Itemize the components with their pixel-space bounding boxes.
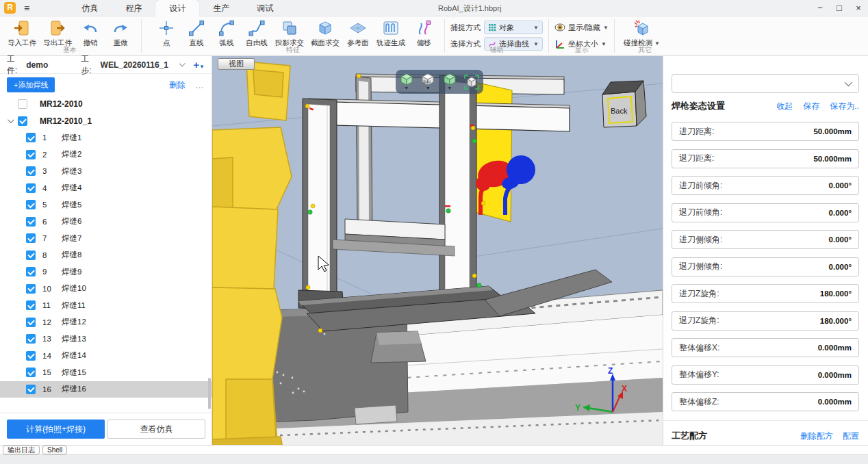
menu-tab-1[interactable]: 仿真	[68, 0, 112, 16]
menu-tab-5[interactable]: 调试	[243, 0, 287, 16]
weld-checkbox[interactable]	[26, 233, 36, 243]
show-hide-button[interactable]: 显示/隐藏 ▼	[554, 21, 609, 34]
weld-checkbox[interactable]	[26, 150, 36, 159]
param-field[interactable]: 进刀侧倾角:0.000°	[672, 230, 859, 249]
weld-checkbox[interactable]	[26, 318, 36, 327]
weld-row[interactable]: 15焊缝15	[0, 364, 212, 381]
weld-checkbox[interactable]	[26, 166, 36, 176]
weld-checkbox[interactable]	[26, 133, 36, 142]
bottom-tab-1[interactable]: 输出日志	[3, 446, 40, 454]
menu-tab-3[interactable]: 设计	[155, 0, 199, 16]
param-field[interactable]: 退刀前倾角:0.000°	[672, 203, 859, 222]
weld-row[interactable]: 11焊缝11	[0, 297, 212, 314]
more-options-icon[interactable]: …	[195, 80, 205, 90]
fit-selection-button[interactable]	[463, 73, 480, 90]
reference-plane-button[interactable]: 参考面	[343, 18, 373, 48]
pose-preset-dropdown[interactable]	[672, 74, 859, 93]
view-menu-button[interactable]: 视图	[218, 58, 255, 70]
import-workpiece-button[interactable]: 导入工件	[4, 18, 40, 48]
collapse-link[interactable]: 收起	[776, 101, 793, 112]
viewport-3d[interactable]: Back Z Y X 视图 ▼ Solid ▼ ▼	[212, 56, 663, 445]
view-simulation-button[interactable]: 查看仿真	[107, 420, 205, 439]
weld-row[interactable]: 13焊缝13	[0, 331, 212, 348]
collision-detect-button[interactable]: 碰撞检测 ▼	[620, 18, 663, 48]
weld-row[interactable]: 5焊缝5	[0, 196, 212, 214]
config-link[interactable]: 配置	[843, 430, 859, 442]
snap-mode-dropdown[interactable]: 对象 ▼	[484, 21, 543, 34]
line-button[interactable]: 直线	[181, 18, 212, 48]
add-weld-line-button[interactable]: +添加焊线	[7, 77, 55, 92]
root-checkbox[interactable]	[18, 99, 27, 109]
weld-row[interactable]: 2焊缝2	[0, 146, 212, 164]
calculate-button[interactable]: 计算(拍照+焊接)	[7, 420, 105, 439]
weld-row[interactable]: 10焊缝10	[0, 281, 212, 298]
expand-chevron-icon[interactable]	[5, 118, 14, 123]
weld-checkbox[interactable]	[26, 284, 36, 294]
menu-tab-2[interactable]: 程序	[112, 0, 155, 16]
step-dropdown-chevron-icon[interactable]	[179, 60, 186, 66]
param-field[interactable]: 整体偏移Z:0.000mm	[672, 392, 859, 411]
bottom-tab-2[interactable]: Shell	[42, 446, 67, 454]
minimize-button[interactable]: −	[810, 0, 830, 16]
weld-row[interactable]: 3焊缝3	[0, 163, 212, 180]
undo-button[interactable]: 撤销	[75, 18, 105, 48]
view-orientation-cube[interactable]: Back	[602, 81, 646, 127]
weld-checkbox[interactable]	[26, 351, 36, 361]
torch-pose-fields: 进刀距离:50.000mm退刀距离:50.000mm进刀前倾角:0.000°退刀…	[672, 122, 859, 411]
weld-row[interactable]: 12焊缝12	[0, 314, 212, 331]
weld-checkbox[interactable]	[26, 385, 36, 394]
param-field[interactable]: 退刀距离:50.000mm	[672, 149, 859, 168]
render-mode-solid-button[interactable]: Solid ▼	[420, 73, 435, 90]
weld-number: 1	[42, 133, 60, 142]
weld-checkbox[interactable]	[26, 200, 36, 209]
weld-row[interactable]: 8焊缝8	[0, 247, 212, 264]
param-field[interactable]: 进刀前倾角:0.000°	[672, 176, 859, 195]
freeline-button[interactable]: 自由线	[242, 18, 272, 48]
weld-row[interactable]: 6焊缝6	[0, 214, 212, 231]
weld-row[interactable]: 4焊缝4	[0, 180, 212, 197]
weld-checkbox[interactable]	[26, 368, 36, 377]
wireframe-cube-icon	[399, 73, 414, 86]
weld-checkbox[interactable]	[26, 183, 36, 193]
arc-button[interactable]: 弧线	[212, 18, 242, 48]
weld-checkbox[interactable]	[26, 334, 36, 344]
param-field[interactable]: 退刀Z旋角:180.000°	[672, 311, 859, 331]
param-field[interactable]: 整体偏移X:0.000mm	[672, 338, 859, 357]
menu-tab-4[interactable]: 生产	[199, 0, 243, 16]
weld-checkbox[interactable]	[26, 267, 36, 276]
tree-root-row[interactable]: MR12-2010_1	[0, 113, 212, 130]
save-link[interactable]: 保存	[803, 101, 819, 112]
delete-recipe-link[interactable]: 删除配方	[800, 430, 833, 442]
redo-button[interactable]: 重做	[105, 18, 136, 48]
tree-root-row[interactable]: MR12-2010	[0, 96, 212, 113]
step-value: WEL_20260116_1	[101, 60, 168, 70]
hamburger-menu-icon[interactable]: ≡	[24, 1, 29, 16]
weld-row[interactable]: 7焊缝7	[0, 230, 212, 247]
weld-row[interactable]: 9焊缝9	[0, 263, 212, 281]
delete-link[interactable]: 删除	[169, 79, 186, 91]
point-button[interactable]: 点	[151, 18, 181, 48]
weld-checkbox[interactable]	[26, 250, 36, 260]
param-field[interactable]: 进刀距离:50.000mm	[672, 122, 859, 141]
trajectory-generate-button[interactable]: 轨迹生成	[373, 18, 409, 48]
weld-checkbox[interactable]	[26, 300, 36, 310]
export-workpiece-button[interactable]: 导出工件	[40, 18, 75, 48]
weld-row[interactable]: 16焊缝16	[0, 381, 212, 398]
param-field[interactable]: 进刀Z旋角:180.000°	[672, 284, 859, 303]
root-checkbox[interactable]	[18, 116, 27, 126]
param-field[interactable]: 退刀侧倾角:0.000°	[672, 257, 859, 276]
restore-button[interactable]: □	[830, 0, 849, 16]
left-panel-scrollbar[interactable]	[208, 378, 211, 409]
offset-button[interactable]: 偏移	[409, 18, 439, 48]
add-step-button[interactable]: +▼	[193, 59, 205, 70]
param-field[interactable]: 整体偏移Y:0.000mm	[672, 365, 859, 385]
close-button[interactable]: ×	[849, 0, 868, 16]
weld-row[interactable]: 1焊缝1	[0, 129, 212, 146]
render-mode-shaded-button[interactable]: ▼	[442, 73, 457, 90]
weld-checkbox[interactable]	[26, 217, 36, 227]
section-intersect-button[interactable]: 截面求交	[307, 18, 343, 48]
save-as-link[interactable]: 保存为..	[830, 101, 859, 112]
weld-row[interactable]: 14焊缝14	[0, 348, 212, 365]
render-mode-wireframe-button[interactable]: ▼	[399, 73, 414, 90]
projection-intersect-button[interactable]: 投影求交	[272, 18, 307, 48]
